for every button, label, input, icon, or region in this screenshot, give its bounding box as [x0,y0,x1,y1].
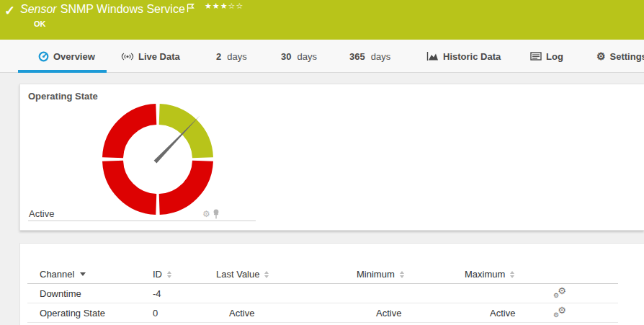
cell-id: -4 [140,288,204,299]
tab-overview[interactable]: Overview [18,40,107,73]
tab-365-days-number: 365 [349,51,365,62]
column-header-minimum-label: Minimum [357,269,395,280]
channel-settings-icon[interactable]: ⚙ ⚙ [553,306,566,318]
sensor-type-label: Sensor [20,3,57,15]
cell-channel: Downtime [27,288,140,299]
operating-state-gauge-widget: Operating State Active ⚙ [28,91,256,221]
gauge-current-value: Active [29,208,54,219]
gear-icon: ⚙ [553,292,559,299]
gauge-segment-error-2 [113,161,156,204]
column-header-last-value[interactable]: Last Value [204,269,344,280]
tab-log-label: Log [546,51,563,62]
channel-table-panel: Channel ID Last Value Minimum Maximum [19,243,644,325]
page-title: SensorSNMP Windows Service [20,3,185,16]
tab-historic-data-label: Historic Data [443,51,501,62]
column-header-channel-label: Channel [40,269,74,280]
table-row-downtime: Downtime -4 ⚙ ⚙ [27,284,618,303]
gear-icon: ⚙ [553,311,559,319]
settings-gear-icon: ⚙ [596,51,606,61]
column-header-maximum[interactable]: Maximum [452,269,527,280]
stars-empty[interactable]: ☆☆ [228,1,244,10]
tab-bar: Overview Live Data 2 days 30 days 365 da… [0,40,644,73]
channel-settings-icon[interactable]: ⚙ ⚙ [553,287,566,298]
gauge-footer: Active ⚙ [28,207,256,221]
tab-live-data-label: Live Data [138,51,180,62]
column-header-maximum-label: Maximum [465,269,505,280]
sensor-name: SNMP Windows Service [61,3,185,15]
gear-icon: ⚙ [558,287,566,296]
sort-icon [264,271,269,278]
tab-historic-data[interactable]: Historic Data [426,40,501,73]
cell-minimum: Active [344,308,452,319]
tab-2-days-number: 2 [216,51,221,62]
sort-icon [167,271,171,278]
cell-id: 0 [140,308,204,319]
priority-flag-icon[interactable] [187,3,194,16]
tab-2-days[interactable]: 2 days [216,40,247,73]
column-header-last-value-label: Last Value [216,269,259,280]
cell-channel: Operating State [27,308,140,319]
tab-settings[interactable]: ⚙ Settings [596,40,644,73]
tab-log[interactable]: Log [530,40,563,73]
sort-icon [510,271,514,278]
gauge-segment-error-1 [159,161,202,204]
gauge-footer-icons: ⚙ [202,209,220,219]
stars-filled[interactable]: ★★★ [205,1,228,10]
tab-30-days[interactable]: 30 days [281,40,317,73]
column-header-minimum[interactable]: Minimum [344,269,452,280]
area-chart-icon [426,51,439,61]
gauge-tab-icon [38,51,49,62]
channel-table-header-row: Channel ID Last Value Minimum Maximum [27,265,618,284]
tab-settings-label: Settings [610,51,644,62]
tab-overview-label: Overview [53,51,95,62]
gauge-settings-gear-icon[interactable]: ⚙ [202,210,210,218]
sensor-status-header: ✓ SensorSNMP Windows Service ★★★☆☆ OK [0,0,644,40]
sort-desc-icon [80,272,86,276]
channel-table: Channel ID Last Value Minimum Maximum [27,265,618,323]
gauge-panel: Operating State Active ⚙ [19,84,644,231]
tab-live-data[interactable]: Live Data [121,40,180,73]
table-row-operating-state: Operating State 0 Active Active Active ⚙… [27,303,618,323]
sensor-status-badge: OK [34,19,46,28]
cell-maximum: Active [452,308,527,319]
column-header-id-label: ID [153,269,162,280]
sort-icon [400,271,404,278]
ok-check-icon: ✓ [4,3,15,19]
cell-last-value: Active [204,308,344,319]
tab-30-days-unit: days [297,51,316,62]
column-header-id[interactable]: ID [140,269,204,280]
gauge-segment-error-3 [113,115,156,158]
pin-icon[interactable] [213,209,220,219]
log-list-icon [530,52,542,61]
tab-365-days-unit: days [371,51,390,62]
gear-icon: ⚙ [558,306,566,316]
tab-365-days[interactable]: 365 days [349,40,390,73]
tab-30-days-number: 30 [281,51,291,62]
live-data-icon [121,52,134,61]
priority-stars[interactable]: ★★★☆☆ [205,1,243,11]
column-header-channel[interactable]: Channel [27,269,140,280]
tab-2-days-unit: days [227,51,246,62]
